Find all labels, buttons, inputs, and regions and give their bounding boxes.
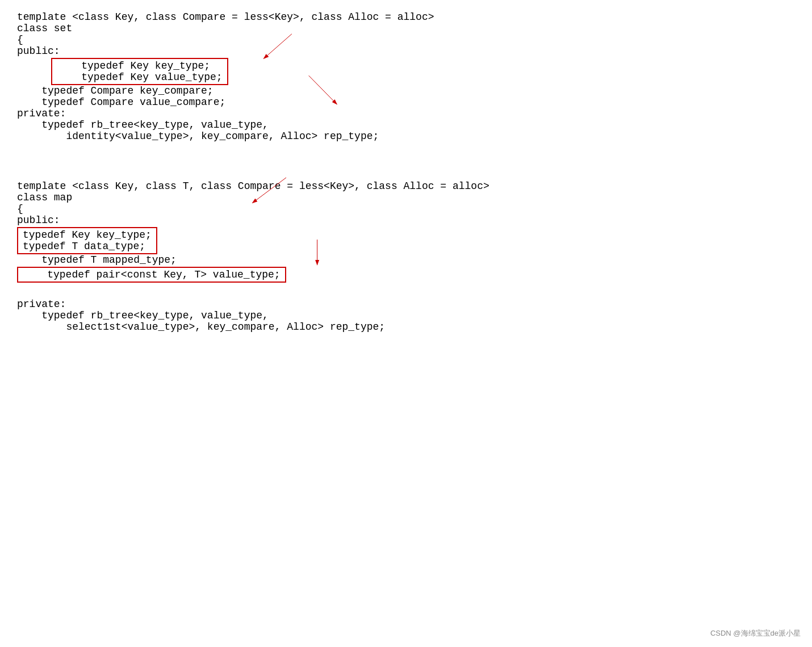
set-line-7: private:	[17, 108, 795, 119]
map-highlight-box-2: typedef pair<const Key, T> value_type;	[17, 267, 286, 283]
set-line-5: typedef Compare key_compare;	[17, 85, 795, 96]
map-line-9: select1st<value_type>, key_compare, Allo…	[17, 321, 795, 333]
set-line-1: template <class Key, class Compare = les…	[17, 11, 795, 23]
map-inner-spacer	[17, 283, 795, 299]
map-section: template <class Key, class T, class Comp…	[17, 180, 795, 333]
watermark: CSDN @海绵宝宝de派小星	[710, 628, 801, 638]
set-line-2: class set	[17, 23, 795, 34]
set-box-line-1: typedef Key key_type;	[57, 60, 223, 72]
map-line-5: typedef T mapped_type;	[17, 254, 795, 266]
set-line-6: typedef Compare value_compare;	[17, 96, 795, 108]
set-line-4: public:	[17, 45, 795, 57]
map-box1-line-1: typedef Key key_type;	[23, 229, 152, 241]
set-box-line-2: typedef Key value_type;	[57, 72, 223, 83]
map-line-3: {	[17, 203, 795, 215]
set-section: template <class Key, class Compare = les…	[17, 11, 795, 142]
map-line-7: private:	[17, 299, 795, 310]
map-box2-line-1: typedef pair<const Key, T> value_type;	[23, 269, 281, 280]
set-line-8: typedef rb_tree<key_type, value_type,	[17, 119, 795, 131]
section-spacer	[17, 159, 795, 175]
set-highlight-box: typedef Key key_type; typedef Key value_…	[51, 58, 228, 85]
map-line-8: typedef rb_tree<key_type, value_type,	[17, 310, 795, 321]
code-container: template <class Key, class Compare = les…	[17, 11, 795, 333]
set-line-3: {	[17, 34, 795, 45]
map-highlight-box-1: typedef Key key_type; typedef T data_typ…	[17, 227, 157, 254]
map-line-2: class map	[17, 192, 795, 203]
map-box1-line-2: typedef T data_type;	[23, 241, 152, 252]
set-line-9: identity<value_type>, key_compare, Alloc…	[17, 131, 795, 142]
map-line-1: template <class Key, class T, class Comp…	[17, 180, 795, 192]
map-line-4: public:	[17, 215, 795, 226]
